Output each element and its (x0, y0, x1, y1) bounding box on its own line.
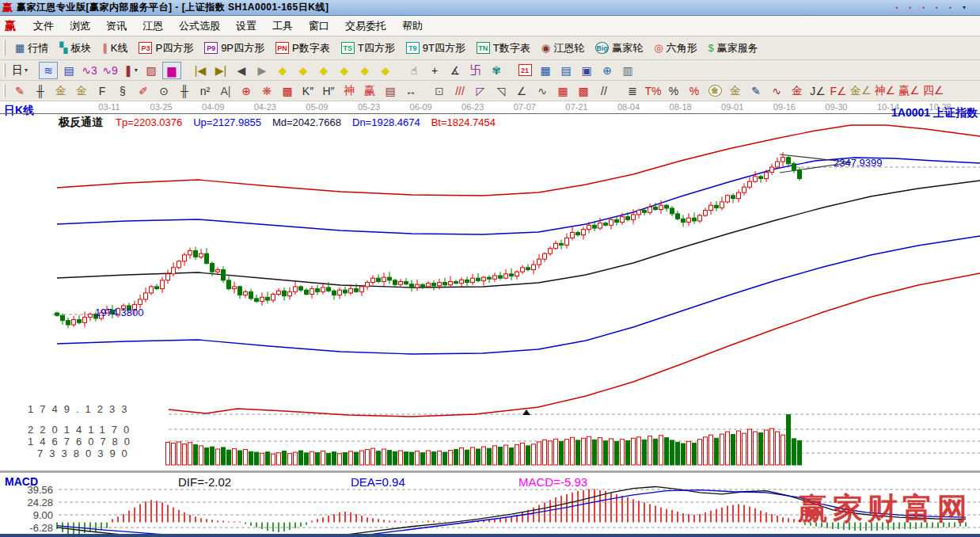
tool-period-day[interactable]: 日▾ (10, 62, 29, 79)
tool-width-tool[interactable]: ↔ (401, 82, 420, 100)
tool-n-square-tool[interactable]: n² (196, 82, 215, 100)
tool-zoom-left-diamond[interactable]: ◆ (273, 62, 292, 79)
toolbar-button-t-table[interactable]: TNT数字表 (471, 39, 536, 58)
toolbar-button-winner-wheel[interactable]: Big赢家轮 (590, 39, 648, 58)
date-axis: 03-1103-2504-0904-2305-0905-2306-0906-23… (0, 102, 980, 112)
tool-network[interactable]: ⊕ (598, 62, 617, 79)
tool-parallel-tool[interactable]: // (594, 82, 613, 100)
toolbar-button-p-square[interactable]: P3P四方形 (133, 39, 199, 58)
tool-grid-arrow-tool[interactable]: ▩ (574, 82, 593, 100)
toolbar-button-winner-service[interactable]: $赢家服务 (702, 39, 763, 58)
tool-zoom-out-diamond[interactable]: ◆ (314, 62, 333, 79)
tool-minute-3[interactable]: ∿3 (80, 62, 99, 79)
tool-gold-circle-tool[interactable]: 金 (705, 82, 724, 100)
tool-shen-angle-tool[interactable]: 神∠ (874, 82, 897, 100)
tool-price-ladder-tool[interactable]: ≣ (623, 82, 642, 100)
tool-percent-line-tool[interactable]: % (685, 82, 704, 100)
tool-expand-diamond[interactable]: ◆ (355, 62, 374, 79)
menu-item-trade[interactable]: 交易委托 (337, 17, 394, 36)
tool-angle-tool[interactable]: ∡ (446, 62, 465, 79)
tool-comb-tool-2[interactable]: ╫ (175, 82, 194, 100)
tool-brush-blue-tool[interactable]: ✎ (746, 82, 765, 100)
tool-wave-tool[interactable]: ∿ (533, 82, 552, 100)
menu-item-news[interactable]: 资讯 (98, 17, 135, 36)
tool-h-quote-tool[interactable]: H″ (319, 82, 338, 100)
toolbar-button-t-square[interactable]: TST四方形 (336, 39, 401, 58)
tool-fan-box-dark-tool[interactable]: ◹ (492, 82, 511, 100)
toolbar-button-gann-wheel[interactable]: ◉江恩轮 (536, 39, 590, 58)
toolbar-button-kline[interactable]: ∥K线 (97, 39, 133, 58)
tool-comb-tool[interactable]: ╫ (31, 82, 50, 100)
tool-info-doc[interactable]: ▤ (59, 62, 78, 79)
tool-last-page[interactable]: ▶| (211, 62, 230, 79)
tool-brush-tool[interactable]: ✐ (134, 82, 153, 100)
tool-histogram-tool[interactable]: ▆ (162, 62, 181, 79)
menu-item-formula-pick[interactable]: 公式选股 (171, 17, 228, 36)
tool-gann-gold-1[interactable]: 金 (51, 82, 70, 100)
tool-gann-gold-2[interactable]: 金 (72, 82, 91, 100)
menu-item-window[interactable]: 窗口 (301, 17, 337, 36)
tool-first-page[interactable]: |◀ (191, 62, 210, 79)
tool-next-page[interactable]: ▶ (253, 62, 272, 79)
tool-square-tool[interactable]: ⊡ (430, 82, 449, 100)
tool-k-quote-tool[interactable]: K″ (298, 82, 317, 100)
tool-star-web-tool[interactable]: ❋ (257, 82, 276, 100)
tool-gold-line-tool[interactable]: 金 (726, 82, 745, 100)
tool-f-tool[interactable]: F (93, 82, 112, 100)
tool-shen-tool[interactable]: 神 (340, 82, 359, 100)
tool-save[interactable]: ▣ (577, 62, 596, 79)
tool-f-angle-tool[interactable]: F∠ (829, 82, 848, 100)
menu-item-tools[interactable]: 工具 (264, 17, 301, 36)
tool-crosshair-tool[interactable]: + (425, 62, 444, 79)
tool-pattern-box[interactable]: ▨ (142, 62, 161, 79)
tool-clock-circle-tool[interactable]: ⊙ (154, 82, 173, 100)
toolbar-button-sectors[interactable]: ▚板块 (54, 39, 97, 58)
tool-ying-angle-tool[interactable]: 赢∠ (898, 82, 921, 100)
tool-calendar[interactable]: 21 (515, 62, 534, 79)
tool-si-angle-tool[interactable]: 四∠ (922, 82, 945, 100)
tool-zigzag-tool[interactable]: ≋ (39, 62, 58, 79)
menu-item-file[interactable]: 文件 (25, 17, 62, 36)
tool-candle-tool[interactable]: ❚▾ (121, 62, 140, 79)
toolbar-button-hexagon[interactable]: ◎六角形 (648, 39, 702, 58)
p-table-icon: PN (275, 42, 289, 54)
tool-spiral-tool[interactable]: § (113, 82, 132, 100)
tool-minute-9[interactable]: ∿9 (101, 62, 120, 79)
tool-send-pc[interactable]: ▥ (618, 62, 637, 79)
tool-notes[interactable]: ▤ (556, 62, 575, 79)
tool-circle-cross-tool[interactable]: ⊕ (237, 82, 256, 100)
tool-abacus-tool[interactable]: ▤ (381, 82, 400, 100)
tool-fan-box-purple-tool[interactable]: ◸ (471, 82, 490, 100)
toolbar-button-p-table[interactable]: PNP数字表 (270, 39, 336, 58)
tool-calculator[interactable]: ▦ (536, 62, 555, 79)
menu-item-settings[interactable]: 设置 (228, 17, 264, 36)
tool-move-diamond[interactable]: ◆ (376, 62, 395, 79)
tool-star-box-tool[interactable]: ▩ (278, 82, 297, 100)
menu-item-gann[interactable]: 江恩 (135, 17, 171, 36)
toolbar-button-9p-square[interactable]: P99P四方形 (199, 39, 270, 58)
tool-wave-red-tool[interactable]: ∿ (767, 82, 786, 100)
tool-gold-angle-tool[interactable]: 金∠ (849, 82, 872, 100)
tool-hand-tool[interactable]: ☝ (405, 62, 424, 79)
tool-zoom-right-diamond[interactable]: ◆ (294, 62, 313, 79)
tool-j-angle-tool[interactable]: J∠ (808, 82, 827, 100)
tool-a-line-tool[interactable]: A| (216, 82, 235, 100)
tool-ying-tool[interactable]: 赢 (360, 82, 379, 100)
menu-item-browse[interactable]: 浏览 (62, 17, 98, 36)
titlebar-decor-icons[interactable]: ▪▪▪▪▪▾ (896, 4, 966, 11)
menu-item-help[interactable]: 帮助 (394, 17, 431, 36)
toolbar-button-quotes[interactable]: ▦行情 (9, 39, 54, 58)
tool-grid-red-tool[interactable]: ▦ (553, 82, 572, 100)
tool-gold-red-tool[interactable]: 金 (788, 82, 807, 100)
tool-gann-shape-tool[interactable]: 卐 (466, 62, 485, 79)
tool-fan-red-tool[interactable]: /// (450, 82, 469, 100)
chart-area[interactable]: 日K线 03-1103-2504-0904-2305-0905-2306-090… (0, 101, 980, 534)
tool-zoom-in-diamond[interactable]: ◆ (335, 62, 354, 79)
tool-pencil-tool[interactable]: ✎ (10, 82, 29, 100)
tool-angle-lines-tool[interactable]: ∠ (512, 82, 531, 100)
tool-knot-tool[interactable]: ✾ (487, 62, 506, 79)
tool-percent-tool[interactable]: % (664, 82, 683, 100)
toolbar-button-9t-square[interactable]: T99T四方形 (401, 39, 471, 58)
tool-t-percent-tool[interactable]: T% (644, 82, 663, 100)
tool-prev-page[interactable]: ◀ (232, 62, 251, 79)
